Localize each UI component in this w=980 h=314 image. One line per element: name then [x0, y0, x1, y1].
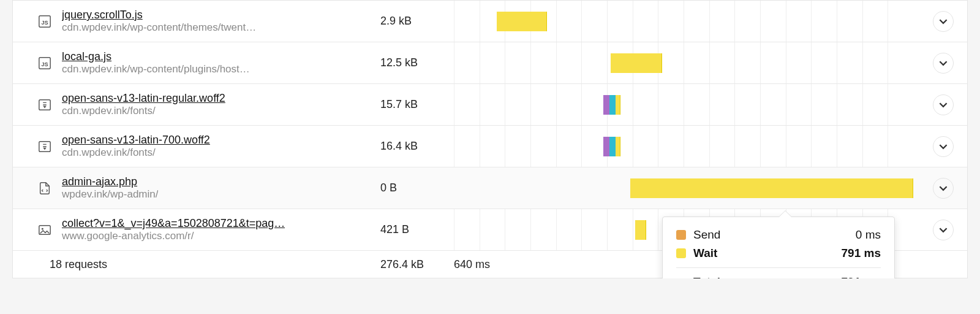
send-swatch-icon [676, 230, 686, 240]
js-icon: JS [37, 14, 52, 29]
svg-marker-5 [43, 105, 47, 108]
waterfall-cell [454, 126, 927, 167]
expand-row-button[interactable] [933, 136, 954, 157]
request-filename[interactable]: collect?v=1&_v=j49&a=1502808721&t=pag… [62, 217, 285, 230]
waterfall-cell [454, 42, 927, 83]
svg-marker-7 [43, 147, 47, 150]
expand-row-button[interactable] [933, 220, 954, 240]
request-row[interactable]: admin-ajax.php wpdev.ink/wp-admin/ 0 B [13, 167, 967, 209]
waterfall-cell [454, 1, 927, 42]
request-row[interactable]: open-sans-v13-latin-regular.woff2 cdn.wp… [13, 84, 967, 126]
request-row[interactable]: open-sans-v13-latin-700.woff2 cdn.wpdev.… [13, 126, 967, 167]
request-host: www.google-analytics.com/r/ [62, 230, 285, 242]
request-size: 12.5 kB [380, 56, 454, 69]
request-size: 16.4 kB [380, 140, 454, 153]
request-filename[interactable]: jquery.scrollTo.js [62, 9, 256, 21]
request-filename[interactable]: open-sans-v13-latin-700.woff2 [62, 134, 210, 147]
request-size: 421 B [380, 223, 454, 236]
waterfall-bar[interactable] [603, 137, 620, 156]
image-icon [37, 223, 52, 237]
js-icon: JS [37, 56, 52, 71]
svg-point-9 [42, 228, 43, 229]
request-row[interactable]: JS local-ga.js cdn.wpdev.ink/wp-content/… [13, 42, 967, 84]
expand-row-button[interactable] [933, 178, 954, 199]
tooltip-row-wait: Wait 791 ms [676, 244, 881, 262]
request-size: 15.7 kB [380, 98, 454, 111]
request-size: 0 B [380, 182, 454, 194]
waterfall-bar[interactable] [603, 95, 620, 115]
request-host: cdn.wpdev.ink/fonts/ [62, 105, 225, 117]
svg-text:JS: JS [42, 61, 48, 67]
request-size: 2.9 kB [380, 15, 454, 28]
waterfall-bar[interactable] [497, 12, 547, 31]
expand-row-button[interactable] [933, 94, 954, 115]
request-host: wpdev.ink/wp-admin/ [62, 188, 158, 201]
font-icon [37, 98, 52, 112]
code-icon [37, 181, 52, 196]
tooltip-row-send: Send 0 ms [676, 226, 881, 244]
expand-row-button[interactable] [933, 53, 954, 74]
timing-tooltip: Send 0 ms Wait 791 ms Total 791 ms [662, 216, 895, 278]
summary-requests: 18 requests [50, 258, 107, 271]
expand-row-button[interactable] [933, 11, 954, 32]
font-icon [37, 139, 52, 154]
request-host: cdn.wpdev.ink/wp-content/themes/twent… [62, 21, 256, 34]
summary-total-size: 276.4 kB [380, 258, 454, 271]
request-filename[interactable]: admin-ajax.php [62, 175, 158, 188]
waterfall-bar[interactable] [611, 53, 662, 73]
tooltip-row-total: Total 791 ms [676, 272, 881, 278]
request-row[interactable]: JS jquery.scrollTo.js cdn.wpdev.ink/wp-c… [13, 1, 967, 42]
request-host: cdn.wpdev.ink/wp-content/plugins/host… [62, 63, 250, 75]
waterfall-cell [454, 167, 927, 209]
wait-swatch-icon [676, 248, 686, 258]
svg-text:JS: JS [42, 19, 48, 25]
waterfall-bar[interactable] [630, 178, 913, 198]
waterfall-cell [454, 84, 927, 125]
request-host: cdn.wpdev.ink/fonts/ [62, 147, 210, 159]
waterfall-bar[interactable] [635, 220, 646, 240]
network-waterfall-panel: JS jquery.scrollTo.js cdn.wpdev.ink/wp-c… [12, 0, 968, 278]
request-filename[interactable]: open-sans-v13-latin-regular.woff2 [62, 92, 225, 105]
request-filename[interactable]: local-ga.js [62, 50, 250, 63]
